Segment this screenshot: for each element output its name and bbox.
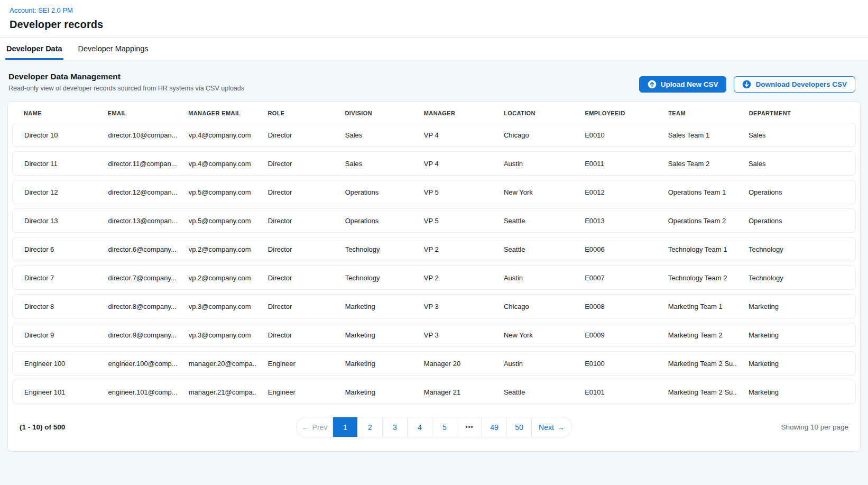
cell-division: Sales [334,160,412,168]
table-header-row: NAMEEMAILMANAGER EMAILROLEDIVISIONMANAGE… [12,103,856,123]
page-button-2[interactable]: 2 [357,417,382,437]
page-button-3[interactable]: 3 [382,417,407,437]
column-header-name: NAME [12,110,96,116]
column-header-department: DEPARTMENT [737,110,856,116]
next-arrow-icon: → [557,423,565,432]
cell-employeeid: E0009 [573,331,657,339]
cell-email: engineer.101@comp... [97,388,177,396]
cell-location: Chicago [492,131,573,139]
page-header: Account: SEI 2.0 PM Developer records [0,0,868,38]
pagination-range-label: (1 - 10) of 500 [20,423,157,431]
pagination-ellipsis[interactable]: ••• [457,417,482,437]
upload-icon [648,80,657,89]
prev-button[interactable]: ←Prev [297,417,333,437]
csv-actions: Upload New CSV Download Developers CSV [639,72,858,93]
cell-employeeid: E0011 [573,160,657,168]
cell-role: Engineer [256,360,334,368]
table-row: Director 9director.9@company....vp.3@com… [12,323,856,347]
cell-email: engineer.100@comp... [97,360,177,368]
cell-department: Operations [737,188,855,196]
cell-role: Director [256,188,334,196]
cell-name: Director 11 [13,160,97,168]
download-developers-csv-button[interactable]: Download Developers CSV [734,76,855,93]
section-header-text: Developer Data Management Read-only view… [8,72,244,92]
section-title: Developer Data Management [8,72,244,81]
cell-email: director.12@compan... [97,188,177,196]
cell-location: Austin [492,160,573,168]
section-header: Developer Data Management Read-only view… [7,68,861,95]
cell-department: Marketing [737,303,855,310]
cell-manager-email: vp.4@company.com [177,160,256,168]
cell-division: Marketing [334,360,412,368]
cell-email: director.9@company.... [97,331,177,339]
column-header-division: DIVISION [333,110,412,116]
cell-employeeid: E0007 [573,274,657,282]
developer-table-card: NAMEEMAILMANAGER EMAILROLEDIVISIONMANAGE… [7,101,861,452]
table-row: Director 12director.12@compan...vp.5@com… [12,180,856,204]
page-button-5[interactable]: 5 [432,417,457,437]
cell-manager-email: manager.21@compa... [177,388,256,396]
account-link[interactable]: Account: SEI 2.0 PM [10,6,73,14]
cell-manager-email: manager.20@compa... [177,360,256,368]
cell-name: Director 6 [13,245,97,253]
cell-role: Director [256,245,334,253]
table-row: Engineer 101engineer.101@comp...manager.… [12,380,856,404]
cell-manager: VP 2 [412,274,492,282]
page-button-4[interactable]: 4 [407,417,432,437]
cell-division: Marketing [334,303,412,310]
cell-manager-email: vp.5@company.com [177,188,256,196]
cell-employeeid: E0100 [573,360,657,368]
cell-location: Seattle [492,245,573,253]
table-body: Director 10director.10@compan...vp.4@com… [12,123,856,404]
page-button-50[interactable]: 50 [506,417,531,437]
column-header-role: ROLE [256,110,333,116]
cell-role: Director [256,160,334,168]
cell-manager-email: vp.5@company.com [177,217,256,225]
section-subtitle: Read-only view of developer records sour… [8,85,244,92]
cell-division: Operations [334,217,412,225]
page-button-49[interactable]: 49 [482,417,506,437]
tab-developer-mappings[interactable]: Developer Mappings [77,38,150,60]
cell-manager: VP 5 [412,217,492,225]
content-area: Developer Data Management Read-only view… [0,60,868,485]
column-header-employeeid: EMPLOYEEID [574,110,657,116]
cell-name: Director 8 [13,303,97,310]
cell-manager: VP 3 [412,303,492,310]
cell-manager-email: vp.3@company.com [177,303,256,310]
cell-location: Austin [492,360,573,368]
cell-name: Director 7 [13,274,97,282]
cell-manager: VP 4 [412,160,492,168]
cell-division: Marketing [334,388,412,396]
cell-division: Technology [334,274,412,282]
upload-new-csv-button[interactable]: Upload New CSV [639,76,727,93]
cell-employeeid: E0012 [573,188,657,196]
cell-email: director.7@company.... [97,274,177,282]
next-button[interactable]: Next→ [531,417,571,437]
page-button-1[interactable]: 1 [333,417,357,437]
prev-arrow-icon: ← [302,423,309,432]
cell-role: Director [256,274,334,282]
download-button-label: Download Developers CSV [755,80,847,88]
upload-button-label: Upload New CSV [661,80,718,88]
cell-team: Technology Team 2 [657,274,737,282]
table-row: Engineer 100engineer.100@comp...manager.… [12,351,856,376]
table-footer: (1 - 10) of 500 ←Prev12345•••4950Next→ S… [12,408,856,451]
cell-name: Director 13 [13,217,97,225]
cell-manager-email: vp.2@company.com [177,245,256,253]
cell-name: Director 12 [13,188,97,196]
tab-developer-data[interactable]: Developer Data [5,38,63,60]
cell-team: Operations Team 2 [657,217,737,225]
cell-manager: Manager 21 [412,388,492,396]
cell-email: director.8@company.... [97,303,177,310]
cell-role: Engineer [256,388,334,396]
cell-employeeid: E0010 [573,131,657,139]
download-icon [742,80,751,89]
cell-team: Operations Team 1 [657,188,737,196]
cell-name: Director 10 [13,131,97,139]
table-row: Director 7director.7@company....vp.2@com… [12,266,856,290]
cell-department: Marketing [737,360,855,368]
cell-manager: VP 5 [412,188,492,196]
cell-email: director.6@company.... [97,245,177,253]
table-row: Director 10director.10@compan...vp.4@com… [12,123,856,147]
cell-name: Engineer 100 [13,360,97,368]
